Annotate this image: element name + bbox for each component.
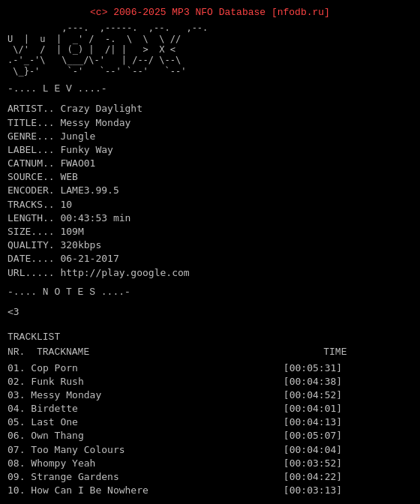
size-value: 109M xyxy=(60,226,83,237)
catnum-label: CATNUM.. xyxy=(8,158,55,169)
title-label: TITLE... xyxy=(8,117,55,128)
track-row: 02. Funk Rush [00:04:38] xyxy=(8,375,412,388)
quality-value: 320kbps xyxy=(60,239,101,250)
copyright-text: <c> 2006-2025 MP3 NFO Database [nfodb.ru… xyxy=(8,6,412,20)
track-row: 04. Birdette [00:04:01] xyxy=(8,402,412,416)
track-row: 06. Own Thang [00:05:07] xyxy=(8,429,412,442)
size-label: SIZE.... xyxy=(8,226,55,237)
source-value: WEB xyxy=(60,171,77,182)
url-label: URL..... xyxy=(8,267,55,278)
info-block: ARTIST.. Crazy Daylight TITLE... Messy M… xyxy=(8,102,412,279)
date-label: DATE.... xyxy=(8,253,55,264)
tracklist-columns: NR. TRACKNAME TIME xyxy=(8,346,412,359)
track-row: 09. Strange Gardens [00:04:22] xyxy=(8,470,412,484)
track-row: 03. Messy Monday [00:04:52] xyxy=(8,388,412,402)
label-value: Funky Way xyxy=(60,144,112,155)
length-label: LENGTH.. xyxy=(8,212,55,224)
notes-text: <3 xyxy=(8,305,412,319)
quality-label: QUALITY. xyxy=(8,239,55,250)
genre-value: Jungle xyxy=(60,130,95,142)
tracklist-header: TRACKLIST xyxy=(8,331,412,344)
encoder-label: ENCODER. xyxy=(8,184,55,196)
tracks-value: 10 xyxy=(60,199,72,210)
artist-label: ARTIST.. xyxy=(8,103,55,114)
top-divider: -.... L E V ....- xyxy=(8,82,412,96)
artist-value: Crazy Daylight xyxy=(60,103,142,114)
url-value: http://play.google.com xyxy=(60,267,189,278)
track-row: 07. Too Many Colours [00:04:04] xyxy=(8,443,412,457)
track-row: 10. How Can I Be Nowhere [00:03:13] xyxy=(8,484,412,497)
date-value: 06-21-2017 xyxy=(60,253,118,264)
track-row: 05. Last One [00:04:13] xyxy=(8,416,412,429)
track-row: 01. Cop Porn [00:05:31] xyxy=(8,362,412,375)
source-label: SOURCE.. xyxy=(8,171,55,182)
catnum-value: FWAO01 xyxy=(60,158,95,169)
track-row: 08. Whompy Yeah [00:03:52] xyxy=(8,457,412,470)
title-value: Messy Monday xyxy=(60,117,130,128)
length-value: 00:43:53 min xyxy=(60,212,130,224)
label-label: LABEL... xyxy=(8,144,55,155)
ascii-art-block: ,---. ,-----. ,--. ,--. U | u | _' / -. … xyxy=(8,22,412,76)
tracks-label: TRACKS.. xyxy=(8,199,55,210)
notes-divider: -.... N O T E S ....- xyxy=(8,286,412,299)
encoder-value: LAME3.99.5 xyxy=(60,184,118,196)
genre-label: GENRE... xyxy=(8,130,55,142)
tracklist-body: 01. Cop Porn [00:05:31]02. Funk Rush [00… xyxy=(8,362,412,498)
